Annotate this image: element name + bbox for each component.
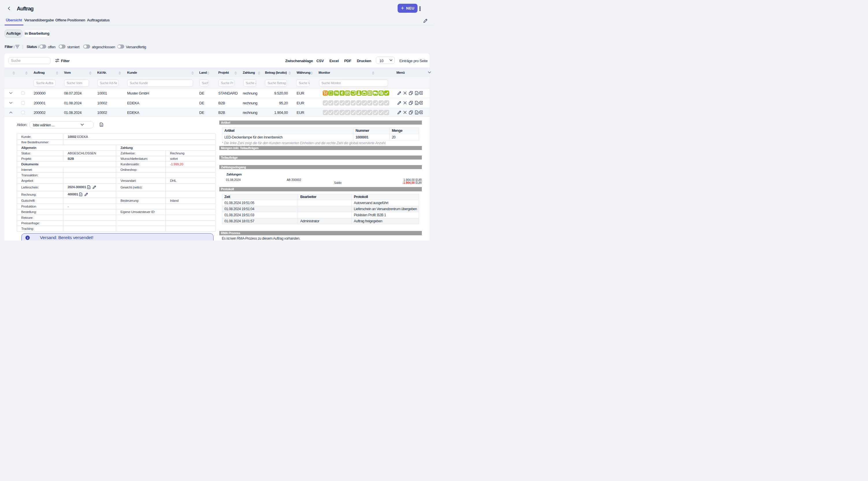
svg-text:λ: λ [416,102,417,104]
svg-text:λ: λ [88,186,90,189]
svg-text:%: % [335,91,338,95]
svg-text:λ: λ [416,112,417,114]
svg-text:λ: λ [100,124,102,126]
svg-text:λ: λ [416,92,417,95]
svg-text:λ: λ [80,193,82,196]
svg-text:$: $ [369,91,371,94]
svg-text:€: € [341,91,343,95]
